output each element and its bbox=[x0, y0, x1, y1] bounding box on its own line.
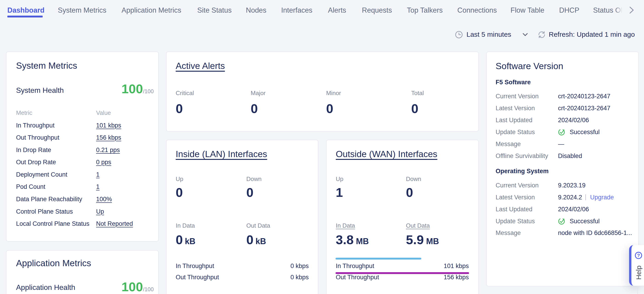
svg-text:?: ? bbox=[637, 253, 640, 258]
